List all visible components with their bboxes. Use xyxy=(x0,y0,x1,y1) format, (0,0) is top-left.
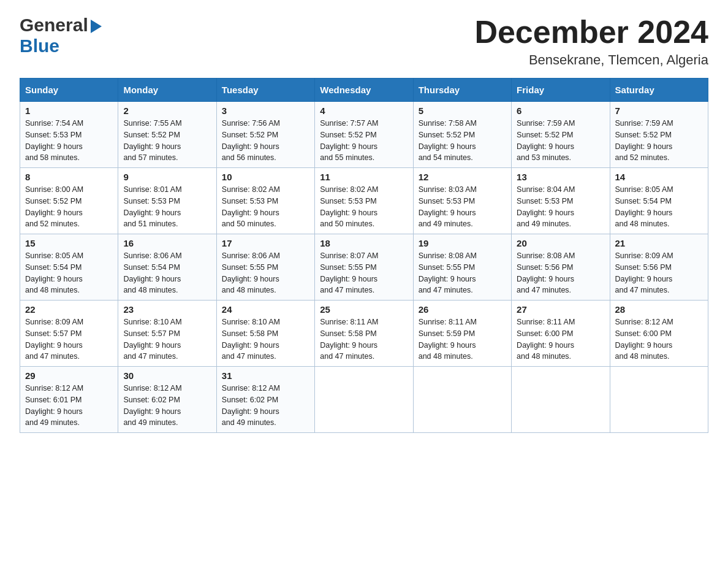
day-info: Sunrise: 7:58 AMSunset: 5:52 PMDaylight:… xyxy=(419,119,477,162)
calendar-day-cell: 24 Sunrise: 8:10 AMSunset: 5:58 PMDaylig… xyxy=(216,301,314,367)
calendar-day-cell xyxy=(512,367,610,433)
day-number: 13 xyxy=(517,172,604,182)
day-number: 8 xyxy=(25,172,113,182)
calendar-day-cell: 10 Sunrise: 8:02 AMSunset: 5:53 PMDaylig… xyxy=(216,168,314,234)
page-title: December 2024 xyxy=(474,15,708,50)
day-number: 28 xyxy=(615,304,703,315)
day-info: Sunrise: 8:10 AMSunset: 5:57 PMDaylight:… xyxy=(123,318,181,361)
day-info: Sunrise: 8:09 AMSunset: 5:57 PMDaylight:… xyxy=(25,318,83,361)
calendar-day-cell: 12 Sunrise: 8:03 AMSunset: 5:53 PMDaylig… xyxy=(413,168,511,234)
calendar-day-cell xyxy=(610,367,708,433)
calendar-week-row: 1 Sunrise: 7:54 AMSunset: 5:53 PMDayligh… xyxy=(20,102,708,168)
day-number: 20 xyxy=(517,238,604,248)
page-header: General Blue December 2024 Bensekrane, T… xyxy=(20,15,708,68)
day-number: 14 xyxy=(615,172,703,182)
calendar-day-cell: 8 Sunrise: 8:00 AMSunset: 5:52 PMDayligh… xyxy=(20,168,118,234)
day-info: Sunrise: 8:07 AMSunset: 5:55 PMDaylight:… xyxy=(320,251,378,294)
day-info: Sunrise: 8:01 AMSunset: 5:53 PMDaylight:… xyxy=(123,185,181,228)
day-number: 23 xyxy=(123,304,211,315)
day-number: 2 xyxy=(123,105,211,116)
calendar-week-row: 8 Sunrise: 8:00 AMSunset: 5:52 PMDayligh… xyxy=(20,168,708,234)
day-info: Sunrise: 8:11 AMSunset: 5:59 PMDaylight:… xyxy=(419,318,477,361)
day-number: 3 xyxy=(222,105,309,116)
day-number: 25 xyxy=(320,304,408,315)
calendar-day-cell: 15 Sunrise: 8:05 AMSunset: 5:54 PMDaylig… xyxy=(20,234,118,301)
calendar-day-cell: 5 Sunrise: 7:58 AMSunset: 5:52 PMDayligh… xyxy=(413,102,511,168)
day-number: 15 xyxy=(25,238,113,248)
calendar-day-cell: 21 Sunrise: 8:09 AMSunset: 5:56 PMDaylig… xyxy=(610,234,708,301)
day-number: 1 xyxy=(25,105,113,116)
calendar-day-cell: 27 Sunrise: 8:11 AMSunset: 6:00 PMDaylig… xyxy=(512,301,610,367)
calendar-day-cell: 13 Sunrise: 8:04 AMSunset: 5:53 PMDaylig… xyxy=(512,168,610,234)
day-info: Sunrise: 8:11 AMSunset: 6:00 PMDaylight:… xyxy=(517,318,575,361)
day-info: Sunrise: 8:02 AMSunset: 5:53 PMDaylight:… xyxy=(320,185,378,228)
header-sunday: Sunday xyxy=(20,79,118,102)
day-info: Sunrise: 8:06 AMSunset: 5:55 PMDaylight:… xyxy=(222,251,280,294)
calendar-table: Sunday Monday Tuesday Wednesday Thursday… xyxy=(20,78,708,433)
day-info: Sunrise: 8:04 AMSunset: 5:53 PMDaylight:… xyxy=(517,185,575,228)
calendar-day-cell: 23 Sunrise: 8:10 AMSunset: 5:57 PMDaylig… xyxy=(118,301,216,367)
calendar-day-cell: 6 Sunrise: 7:59 AMSunset: 5:52 PMDayligh… xyxy=(512,102,610,168)
day-number: 18 xyxy=(320,238,408,248)
calendar-day-cell: 26 Sunrise: 8:11 AMSunset: 5:59 PMDaylig… xyxy=(413,301,511,367)
day-info: Sunrise: 8:08 AMSunset: 5:55 PMDaylight:… xyxy=(419,251,477,294)
page-subtitle: Bensekrane, Tlemcen, Algeria xyxy=(474,52,708,68)
calendar-day-cell: 29 Sunrise: 8:12 AMSunset: 6:01 PMDaylig… xyxy=(20,367,118,433)
day-number: 30 xyxy=(123,370,211,381)
day-number: 9 xyxy=(123,172,211,182)
calendar-week-row: 29 Sunrise: 8:12 AMSunset: 6:01 PMDaylig… xyxy=(20,367,708,433)
calendar-day-cell: 3 Sunrise: 7:56 AMSunset: 5:52 PMDayligh… xyxy=(216,102,314,168)
day-info: Sunrise: 8:12 AMSunset: 6:02 PMDaylight:… xyxy=(222,384,280,427)
day-info: Sunrise: 7:59 AMSunset: 5:52 PMDaylight:… xyxy=(517,119,575,162)
header-monday: Monday xyxy=(118,79,216,102)
calendar-day-cell: 18 Sunrise: 8:07 AMSunset: 5:55 PMDaylig… xyxy=(315,234,413,301)
day-number: 19 xyxy=(419,238,506,248)
day-number: 10 xyxy=(222,172,309,182)
calendar-day-cell: 28 Sunrise: 8:12 AMSunset: 6:00 PMDaylig… xyxy=(610,301,708,367)
day-info: Sunrise: 7:56 AMSunset: 5:52 PMDaylight:… xyxy=(222,119,280,162)
calendar-day-cell: 25 Sunrise: 8:11 AMSunset: 5:58 PMDaylig… xyxy=(315,301,413,367)
calendar-day-cell: 4 Sunrise: 7:57 AMSunset: 5:52 PMDayligh… xyxy=(315,102,413,168)
calendar-day-cell: 31 Sunrise: 8:12 AMSunset: 6:02 PMDaylig… xyxy=(216,367,314,433)
calendar-day-cell: 9 Sunrise: 8:01 AMSunset: 5:53 PMDayligh… xyxy=(118,168,216,234)
calendar-day-cell: 20 Sunrise: 8:08 AMSunset: 5:56 PMDaylig… xyxy=(512,234,610,301)
header-tuesday: Tuesday xyxy=(216,79,314,102)
day-info: Sunrise: 8:06 AMSunset: 5:54 PMDaylight:… xyxy=(123,251,181,294)
day-info: Sunrise: 7:59 AMSunset: 5:52 PMDaylight:… xyxy=(615,119,673,162)
day-info: Sunrise: 8:10 AMSunset: 5:58 PMDaylight:… xyxy=(222,318,280,361)
logo: General Blue xyxy=(20,15,102,56)
day-info: Sunrise: 8:02 AMSunset: 5:53 PMDaylight:… xyxy=(222,185,280,228)
calendar-day-cell xyxy=(315,367,413,433)
day-number: 6 xyxy=(517,105,604,116)
calendar-day-cell: 7 Sunrise: 7:59 AMSunset: 5:52 PMDayligh… xyxy=(610,102,708,168)
calendar-day-cell: 2 Sunrise: 7:55 AMSunset: 5:52 PMDayligh… xyxy=(118,102,216,168)
day-number: 31 xyxy=(222,370,309,381)
day-info: Sunrise: 8:03 AMSunset: 5:53 PMDaylight:… xyxy=(419,185,477,228)
day-number: 27 xyxy=(517,304,604,315)
calendar-week-row: 15 Sunrise: 8:05 AMSunset: 5:54 PMDaylig… xyxy=(20,234,708,301)
svg-marker-0 xyxy=(91,20,102,33)
day-number: 12 xyxy=(419,172,506,182)
title-block: December 2024 Bensekrane, Tlemcen, Alger… xyxy=(474,15,708,68)
header-wednesday: Wednesday xyxy=(315,79,413,102)
header-saturday: Saturday xyxy=(610,79,708,102)
day-number: 21 xyxy=(615,238,703,248)
day-number: 22 xyxy=(25,304,113,315)
logo-general-text: General xyxy=(20,15,88,36)
logo-triangle-icon xyxy=(91,20,102,33)
day-info: Sunrise: 8:12 AMSunset: 6:00 PMDaylight:… xyxy=(615,318,673,361)
day-info: Sunrise: 8:05 AMSunset: 5:54 PMDaylight:… xyxy=(615,185,673,228)
day-number: 11 xyxy=(320,172,408,182)
day-number: 5 xyxy=(419,105,506,116)
day-number: 4 xyxy=(320,105,408,116)
day-number: 26 xyxy=(419,304,506,315)
calendar-header-row: Sunday Monday Tuesday Wednesday Thursday… xyxy=(20,79,708,102)
day-info: Sunrise: 7:57 AMSunset: 5:52 PMDaylight:… xyxy=(320,119,378,162)
calendar-day-cell xyxy=(413,367,511,433)
calendar-day-cell: 16 Sunrise: 8:06 AMSunset: 5:54 PMDaylig… xyxy=(118,234,216,301)
day-number: 16 xyxy=(123,238,211,248)
logo-blue-text: Blue xyxy=(20,36,59,56)
calendar-day-cell: 17 Sunrise: 8:06 AMSunset: 5:55 PMDaylig… xyxy=(216,234,314,301)
day-info: Sunrise: 8:00 AMSunset: 5:52 PMDaylight:… xyxy=(25,185,83,228)
calendar-day-cell: 14 Sunrise: 8:05 AMSunset: 5:54 PMDaylig… xyxy=(610,168,708,234)
